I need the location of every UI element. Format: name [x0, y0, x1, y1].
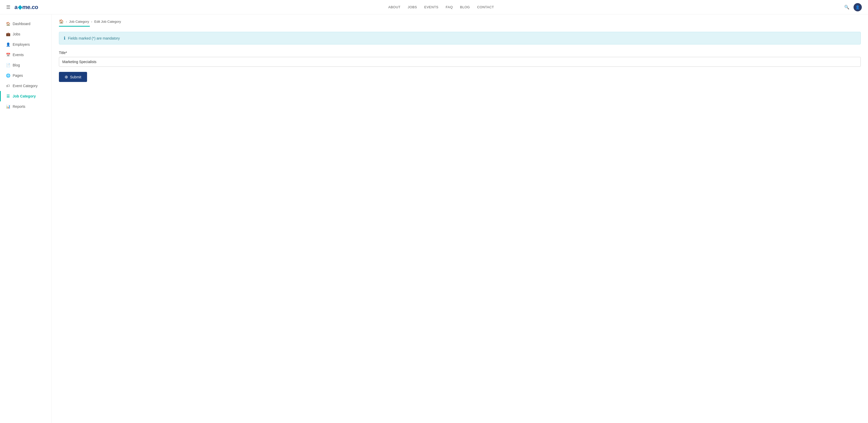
- sidebar-item-pages[interactable]: 🌐 Pages: [0, 70, 52, 81]
- list-icon: ☰: [6, 94, 10, 98]
- logo-text-me: me.co: [22, 4, 38, 10]
- nav-about[interactable]: ABOUT: [388, 5, 400, 9]
- sidebar-item-blog[interactable]: 📄 Blog: [0, 60, 52, 70]
- sidebar-label-dashboard: Dashboard: [13, 22, 30, 26]
- sidebar-label-jobs: Jobs: [13, 32, 21, 36]
- hamburger-icon[interactable]: ☰: [6, 4, 10, 10]
- breadcrumb-edit-job-category: Edit Job Category: [94, 20, 121, 24]
- breadcrumb-chevron-1: ›: [66, 20, 67, 24]
- submit-icon: ⊕: [65, 75, 68, 79]
- sidebar: 🏠 Dashboard 💼 Jobs 👤 Employers 📅 Events …: [0, 15, 52, 423]
- sidebar-item-dashboard[interactable]: 🏠 Dashboard: [0, 19, 52, 29]
- info-banner-text: Fields marked (*) are mandatory: [68, 36, 120, 40]
- breadcrumb-job-category[interactable]: Job Category: [69, 20, 89, 24]
- sidebar-item-events[interactable]: 📅 Events: [0, 50, 52, 60]
- home-icon[interactable]: 🏠: [59, 19, 64, 24]
- person-icon: 👤: [6, 43, 10, 47]
- submit-label: Submit: [70, 75, 82, 79]
- sidebar-item-event-category[interactable]: 🏷 Event Category: [0, 81, 52, 91]
- search-button[interactable]: 🔍: [844, 5, 849, 9]
- title-label: Title*: [59, 51, 861, 55]
- info-banner: ℹ Fields marked (*) are mandatory: [59, 32, 861, 45]
- sidebar-label-event-category: Event Category: [13, 84, 38, 88]
- sidebar-label-employers: Employers: [13, 43, 30, 47]
- top-nav: ☰ a ◆ me.co ABOUT JOBS EVENTS FAQ BLOG C…: [0, 0, 868, 15]
- nav-events[interactable]: EVENTS: [424, 5, 438, 9]
- house-icon: 🏠: [6, 22, 10, 26]
- sidebar-item-reports[interactable]: 📊 Reports: [0, 101, 52, 112]
- tag-icon: 🏷: [6, 84, 10, 88]
- breadcrumb-underline: [59, 26, 90, 27]
- nav-jobs[interactable]: JOBS: [408, 5, 417, 9]
- calendar-icon: 📅: [6, 53, 10, 57]
- main-content: 🏠 › Job Category › Edit Job Category ℹ F…: [52, 15, 868, 423]
- sidebar-item-jobs[interactable]: 💼 Jobs: [0, 29, 52, 39]
- sidebar-label-events: Events: [13, 53, 24, 57]
- sidebar-label-pages: Pages: [13, 74, 23, 78]
- logo-text-a: a: [14, 4, 18, 10]
- required-marker: *: [66, 51, 67, 55]
- title-input[interactable]: [59, 57, 861, 67]
- globe-icon: 🌐: [6, 74, 10, 78]
- layout: 🏠 Dashboard 💼 Jobs 👤 Employers 📅 Events …: [0, 15, 868, 423]
- nav-right: 🔍 👤: [844, 3, 862, 11]
- form-section: Title* ⊕ Submit: [52, 45, 868, 88]
- sidebar-label-job-category: Job Category: [13, 94, 36, 98]
- info-icon: ℹ: [64, 36, 65, 40]
- breadcrumb-chevron-2: ›: [91, 20, 92, 24]
- nav-blog[interactable]: BLOG: [460, 5, 470, 9]
- nav-left: ☰ a ◆ me.co: [6, 4, 38, 10]
- submit-button[interactable]: ⊕ Submit: [59, 72, 87, 82]
- breadcrumb: 🏠 › Job Category › Edit Job Category: [52, 15, 868, 24]
- sidebar-label-blog: Blog: [13, 63, 20, 67]
- file-icon: 📄: [6, 63, 10, 67]
- nav-center: ABOUT JOBS EVENTS FAQ BLOG CONTACT: [388, 5, 494, 9]
- sidebar-label-reports: Reports: [13, 105, 25, 109]
- logo[interactable]: a ◆ me.co: [14, 4, 38, 10]
- logo-diamond: ◆: [18, 4, 22, 10]
- avatar[interactable]: 👤: [854, 3, 862, 11]
- nav-faq[interactable]: FAQ: [445, 5, 453, 9]
- sidebar-item-employers[interactable]: 👤 Employers: [0, 39, 52, 50]
- nav-contact[interactable]: CONTACT: [477, 5, 494, 9]
- briefcase-icon: 💼: [6, 32, 10, 36]
- sidebar-item-job-category[interactable]: ☰ Job Category: [0, 91, 52, 101]
- chart-icon: 📊: [6, 105, 10, 109]
